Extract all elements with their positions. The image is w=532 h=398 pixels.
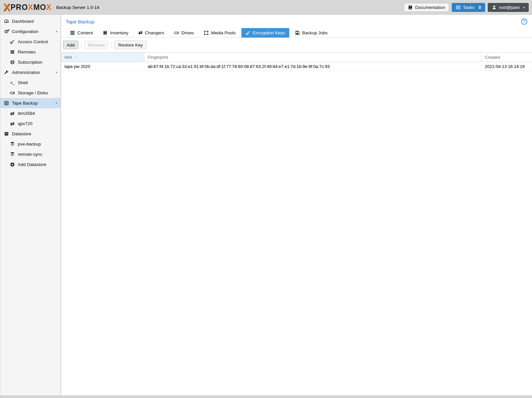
app-title: Backup Server 1.0-14 bbox=[56, 5, 99, 10]
sidebar-item-subscription[interactable]: Subscription bbox=[0, 57, 60, 67]
tab-encryption-keys[interactable]: Encryption Keys bbox=[241, 28, 290, 38]
proxmox-x-icon: X bbox=[3, 2, 10, 13]
sidebar-item-remote-sync[interactable]: remote-sync bbox=[0, 149, 60, 159]
sidebar-item-add-datastore[interactable]: Add Datastore bbox=[0, 159, 60, 170]
grid-icon bbox=[70, 30, 75, 35]
plus-circle-icon bbox=[10, 162, 15, 167]
tab-drives[interactable]: Drives bbox=[170, 28, 198, 38]
remotes-icon bbox=[10, 50, 15, 54]
sidebar-item-ibm3584[interactable]: ⇄ ibm3584 bbox=[0, 108, 60, 118]
exchange-icon: ⇄ bbox=[10, 111, 15, 116]
tab-label: Encryption Keys bbox=[253, 30, 285, 35]
collapse-arrow-icon[interactable]: ▾ bbox=[55, 70, 57, 75]
sidebar-item-datastore[interactable]: Datastore bbox=[0, 129, 60, 139]
sidebar-item-pve-backup[interactable]: pve-backup bbox=[0, 139, 60, 149]
cell-hint: tape pw 2020 bbox=[61, 62, 144, 71]
tab-label: Backup Jobs bbox=[302, 30, 328, 35]
sidebar-item-shell[interactable]: >_ Shell bbox=[0, 78, 60, 88]
restore-key-button[interactable]: Restore Key bbox=[115, 41, 146, 49]
exchange-icon: ⇄ bbox=[138, 30, 143, 35]
tab-content[interactable]: Content bbox=[66, 28, 97, 38]
tab-label: Inventory bbox=[110, 30, 128, 35]
toolbar: Add Remove Restore Key bbox=[61, 38, 532, 52]
sidebar-item-label: Access Control bbox=[18, 39, 48, 44]
sidebar-item-label: Add Datastore bbox=[18, 162, 46, 167]
user-menu-button[interactable]: root@pam ▾ bbox=[488, 3, 529, 12]
user-label: root@pam bbox=[499, 5, 520, 10]
sidebar-item-storage-disks[interactable]: Storage / Disks bbox=[0, 88, 60, 98]
main-panel: Tape Backup ? Content Inventory ⇄ Change… bbox=[61, 15, 532, 395]
sidebar-item-label: Remotes bbox=[18, 50, 36, 54]
tasks-label: Tasks bbox=[463, 5, 475, 10]
sidebar-item-remotes[interactable]: Remotes bbox=[0, 47, 60, 57]
sidebar-item-label: Tape Backup bbox=[12, 101, 38, 106]
proxmox-logo: XPROXMOX bbox=[3, 2, 52, 13]
hdd-icon bbox=[174, 30, 179, 35]
tab-label: Drives bbox=[181, 30, 194, 35]
sidebar-item-configuration[interactable]: ⚙ Configuration ▾ bbox=[0, 26, 60, 37]
tab-media-pools[interactable]: Media Pools bbox=[199, 28, 240, 38]
gears-icon: ⚙ bbox=[4, 29, 9, 34]
encryption-keys-grid: Hint ↑ Fingerprint Created tape pw 2020 … bbox=[61, 52, 532, 71]
hdd-icon bbox=[10, 90, 15, 95]
tasks-count-badge: 0 bbox=[479, 5, 481, 10]
sidebar: Dashboard ⚙ Configuration ▾ Access Contr… bbox=[0, 15, 61, 395]
tasks-button[interactable]: Tasks 0 bbox=[452, 3, 485, 12]
documentation-label: Documentation bbox=[415, 5, 445, 10]
page-title: Tape Backup bbox=[66, 19, 94, 24]
sidebar-item-label: Subscription bbox=[18, 60, 42, 65]
tab-bar: Content Inventory ⇄ Changers Drives Medi… bbox=[61, 28, 532, 38]
cell-fingerprint: ab:67:f4:1b:72:ca:33:e1:91:bf:0b:da:df:1… bbox=[144, 62, 481, 71]
toolbar-separator bbox=[111, 42, 112, 48]
tab-label: Content bbox=[77, 30, 93, 35]
content-header: Tape Backup ? bbox=[61, 15, 532, 28]
help-icon[interactable]: ? bbox=[521, 18, 527, 25]
tab-label: Changers bbox=[145, 30, 164, 35]
collapse-arrow-icon[interactable]: ▾ bbox=[55, 29, 57, 34]
book-icon bbox=[103, 30, 108, 35]
sidebar-item-tape-backup[interactable]: Tape Backup ▾ bbox=[0, 98, 60, 108]
sidebar-item-label: ibm3584 bbox=[18, 111, 35, 116]
top-bar: XPROXMOX Backup Server 1.0-14 Documentat… bbox=[0, 0, 532, 15]
grid-header: Hint ↑ Fingerprint Created bbox=[61, 52, 532, 62]
sidebar-item-label: remote-sync bbox=[18, 152, 42, 157]
sidebar-item-label: Configuration bbox=[12, 29, 38, 34]
sidebar-item-label: Administration bbox=[12, 70, 40, 75]
terminal-icon: >_ bbox=[10, 81, 15, 85]
sidebar-item-administration[interactable]: Administration ▾ bbox=[0, 67, 60, 78]
sidebar-item-label: Shell bbox=[18, 80, 28, 85]
column-header-hint[interactable]: Hint ↑ bbox=[61, 52, 144, 62]
cell-created: 2021-04-13 16:14:19 bbox=[481, 62, 532, 71]
tab-backup-jobs[interactable]: Backup Jobs bbox=[291, 28, 332, 38]
object-group-icon bbox=[204, 30, 209, 35]
documentation-button[interactable]: Documentation bbox=[404, 3, 449, 12]
tab-changers[interactable]: ⇄ Changers bbox=[134, 28, 168, 38]
tape-icon bbox=[4, 101, 9, 106]
key-icon bbox=[246, 30, 251, 35]
add-button[interactable]: Add bbox=[63, 41, 78, 49]
remove-button[interactable]: Remove bbox=[85, 41, 108, 49]
sidebar-item-access-control[interactable]: Access Control bbox=[0, 37, 60, 47]
sidebar-item-label: Datastore bbox=[12, 131, 31, 136]
table-row[interactable]: tape pw 2020 ab:67:f4:1b:72:ca:33:e1:91:… bbox=[61, 62, 532, 71]
sidebar-item-dashboard[interactable]: Dashboard bbox=[0, 16, 60, 26]
archive-icon bbox=[4, 131, 9, 136]
tab-label: Media Pools bbox=[211, 30, 235, 35]
sidebar-item-label: pve-backup bbox=[18, 142, 41, 147]
database-icon bbox=[10, 142, 15, 147]
toolbar-separator bbox=[81, 42, 82, 48]
book-icon bbox=[408, 5, 413, 10]
column-header-fingerprint[interactable]: Fingerprint bbox=[144, 52, 481, 62]
exchange-icon: ⇄ bbox=[10, 121, 15, 126]
dashboard-icon bbox=[4, 19, 9, 24]
chevron-down-icon: ▾ bbox=[523, 6, 525, 9]
collapse-arrow-icon[interactable]: ▾ bbox=[55, 101, 57, 105]
tab-inventory[interactable]: Inventory bbox=[98, 28, 133, 38]
sidebar-item-qpx720[interactable]: ⇄ qpx720 bbox=[0, 118, 60, 129]
sidebar-item-label: Storage / Disks bbox=[18, 90, 48, 95]
sidebar-item-label: qpx720 bbox=[18, 121, 32, 126]
column-header-created[interactable]: Created bbox=[481, 52, 532, 62]
database-icon bbox=[10, 152, 15, 157]
key-icon bbox=[10, 39, 15, 44]
user-icon bbox=[492, 5, 497, 10]
